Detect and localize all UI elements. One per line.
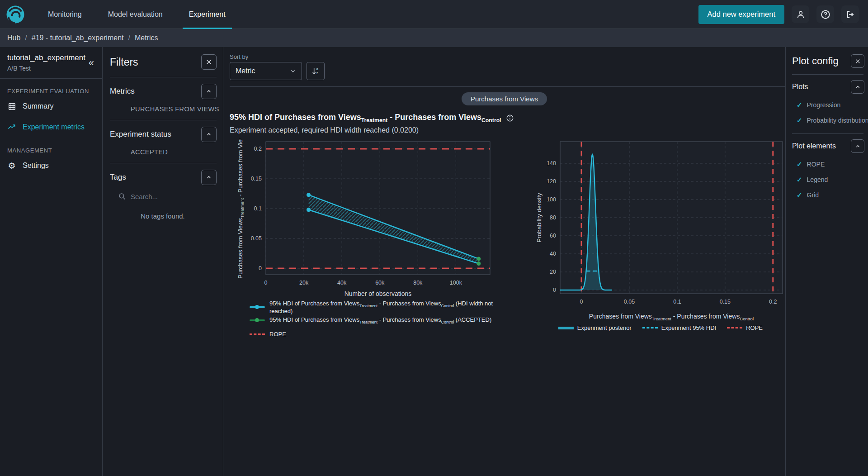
breadcrumb-hub[interactable]: Hub: [7, 34, 20, 42]
legend-label: ROPE: [746, 324, 763, 331]
nav-tabs: Monitoring Model evaluation Experiment: [42, 0, 232, 29]
sidebar-item-experiment-metrics[interactable]: Experiment metrics: [0, 118, 102, 136]
sidebar-collapse-icon[interactable]: «: [86, 58, 97, 68]
legend-item-hdi-running: 95% HDI of Purchases from ViewsTreatment…: [250, 300, 517, 315]
svg-text:0: 0: [553, 287, 556, 293]
svg-text:Probability density: Probability density: [536, 193, 542, 243]
breadcrumb-experiment[interactable]: #19 - tutorial_ab_experiment: [32, 34, 124, 42]
plot-config-close-button[interactable]: [851, 54, 864, 68]
sidebar-section-management: MANAGEMENT: [7, 147, 102, 154]
project-name: tutorial_ab_experiment: [7, 53, 85, 62]
plot-elements-collapse-button[interactable]: [851, 139, 864, 153]
info-icon[interactable]: [506, 114, 514, 122]
sidebar-item-settings[interactable]: ⚙ Settings: [0, 157, 102, 175]
svg-text:80k: 80k: [413, 280, 423, 286]
logout-icon: [846, 10, 855, 19]
svg-text:60k: 60k: [375, 280, 385, 286]
plot-config-title: Plot config: [792, 55, 839, 67]
plot-config-panel: Plot config Plots ✓ Progression ✓ Probab…: [785, 47, 868, 476]
app-logo-icon[interactable]: [5, 5, 25, 24]
legend-label: ROPE: [269, 331, 286, 338]
sort-az-icon: a z: [311, 67, 320, 76]
tab-model-evaluation[interactable]: Model evaluation: [102, 0, 169, 29]
distribution-chart-block: 00.050.10.150.2020406080100120140Probabi…: [535, 139, 785, 332]
tags-collapse-button[interactable]: [201, 170, 217, 185]
status-collapse-button[interactable]: [201, 127, 217, 142]
svg-text:a: a: [316, 67, 318, 71]
legend-label: Experiment posterior: [577, 324, 632, 331]
toggle-progression[interactable]: ✓ Progression: [786, 101, 868, 109]
check-icon: ✓: [797, 176, 802, 184]
svg-text:0.05: 0.05: [251, 235, 262, 242]
svg-text:0: 0: [580, 299, 583, 305]
metric-chip[interactable]: Purchases from Views: [462, 92, 547, 105]
help-button[interactable]: [816, 5, 834, 23]
project-sidebar: tutorial_ab_experiment A/B Test « EXPERI…: [0, 47, 103, 476]
top-nav: Monitoring Model evaluation Experiment A…: [0, 0, 868, 29]
svg-text:120: 120: [547, 178, 556, 185]
check-icon: ✓: [797, 116, 802, 124]
sort-by-label: Sort by: [230, 53, 785, 60]
sidebar-item-label: Settings: [23, 162, 49, 170]
tab-experiment[interactable]: Experiment: [183, 0, 232, 29]
breadcrumb-separator: /: [25, 34, 27, 42]
breadcrumb-separator: /: [128, 34, 130, 42]
tags-empty-text: No tags found.: [103, 212, 223, 220]
toggle-rope[interactable]: ✓ ROPE: [786, 160, 868, 168]
breadcrumb-metrics[interactable]: Metrics: [135, 34, 158, 42]
line-dot-green-swatch: [250, 319, 265, 321]
chevron-up-icon: [206, 174, 212, 181]
svg-text:0: 0: [264, 280, 268, 286]
progression-legend: 95% HDI of Purchases from ViewsTreatment…: [250, 300, 517, 338]
check-icon: ✓: [797, 160, 802, 168]
sort-direction-button[interactable]: a z: [307, 62, 325, 80]
svg-text:0.1: 0.1: [254, 205, 262, 212]
user-button[interactable]: [792, 5, 809, 23]
breadcrumb: Hub / #19 - tutorial_ab_experiment / Met…: [0, 29, 868, 47]
line-dot-cyan-swatch: [250, 306, 265, 308]
svg-text:0.2: 0.2: [769, 299, 777, 305]
sidebar-item-summary[interactable]: Summary: [0, 97, 102, 115]
svg-text:100: 100: [547, 196, 556, 203]
sidebar-item-label: Summary: [23, 102, 53, 110]
filters-close-button[interactable]: [201, 54, 217, 70]
svg-text:Purchases from ViewsTreatment: Purchases from ViewsTreatment - Purchase…: [237, 139, 245, 279]
sort-metric-value: Metric: [236, 67, 255, 75]
metrics-collapse-button[interactable]: [201, 84, 217, 99]
svg-text:100k: 100k: [450, 280, 462, 286]
gear-icon: ⚙: [7, 161, 16, 170]
main-content: Sort by Metric a z Purchases from Views: [223, 47, 785, 476]
tab-monitoring[interactable]: Monitoring: [42, 0, 88, 29]
toggle-label: ROPE: [807, 161, 825, 168]
legend-item-hdi-accepted: 95% HDI of Purchases from ViewsTreatment…: [250, 316, 517, 324]
filter-status-item[interactable]: ACCEPTED: [103, 148, 223, 156]
sidebar-item-label: Experiment metrics: [23, 123, 85, 131]
toggle-label: Grid: [807, 191, 819, 199]
distribution-legend: Experiment posterior Experiment 95% HDI …: [535, 324, 785, 331]
plots-section-title: Plots: [792, 83, 808, 91]
legend-label: 95% HDI of Purchases from ViewsTreatment…: [269, 316, 491, 324]
filters-title: Filters: [110, 56, 138, 68]
add-new-experiment-button[interactable]: Add new experiment: [698, 5, 784, 24]
legend-item-hdi: Experiment 95% HDI: [642, 324, 716, 331]
plots-collapse-button[interactable]: [851, 80, 864, 94]
table-icon: [7, 102, 16, 111]
filter-metric-item[interactable]: PURCHASES FROM VIEWS: [103, 105, 223, 113]
user-icon: [796, 10, 805, 19]
tags-search-input[interactable]: [131, 193, 198, 200]
svg-text:0.15: 0.15: [251, 176, 262, 182]
logout-button[interactable]: [841, 5, 859, 23]
toggle-grid[interactable]: ✓ Grid: [786, 191, 868, 199]
svg-text:60: 60: [550, 233, 556, 239]
metric-subtitle: Experiment accepted, required HDI width …: [230, 126, 785, 134]
dash-red-swatch: [727, 327, 742, 328]
close-icon: [206, 59, 212, 65]
toggle-probability-distribution[interactable]: ✓ Probability distribution: [786, 116, 868, 124]
svg-text:80: 80: [550, 214, 556, 221]
toggle-label: Probability distribution: [807, 117, 868, 124]
sort-metric-select[interactable]: Metric: [230, 62, 302, 80]
trend-up-icon: [7, 123, 16, 132]
project-type: A/B Test: [7, 65, 85, 72]
legend-item-rope: ROPE: [250, 331, 517, 338]
toggle-legend[interactable]: ✓ Legend: [786, 176, 868, 184]
